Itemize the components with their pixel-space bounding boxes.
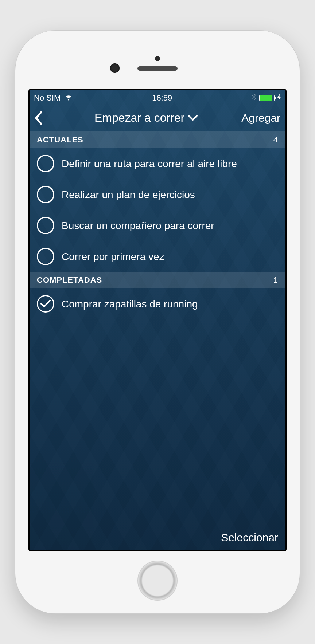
clock-label: 16:59	[152, 93, 172, 103]
chevron-left-icon	[35, 111, 43, 125]
task-row[interactable]: Buscar un compañero para correr	[30, 210, 285, 241]
section-count-current: 4	[273, 135, 278, 145]
section-header-current: ACTUALES 4	[30, 131, 285, 148]
task-row[interactable]: Comprar zapatillas de running	[30, 288, 285, 319]
back-button[interactable]	[35, 111, 51, 125]
device-speaker	[137, 66, 178, 71]
checkbox-unchecked[interactable]	[37, 186, 54, 203]
select-button[interactable]: Seleccionar	[221, 531, 278, 544]
checkbox-unchecked[interactable]	[37, 155, 54, 172]
task-list-completed: Comprar zapatillas de running	[30, 288, 285, 319]
checkbox-unchecked[interactable]	[37, 217, 54, 234]
status-bar: No SIM 16:59	[30, 90, 285, 106]
page-title: Empezar a correr	[94, 111, 184, 125]
task-text: Comprar zapatillas de running	[62, 298, 198, 310]
section-header-completed: COMPLETADAS 1	[30, 272, 285, 288]
device-frame: No SIM 16:59 Empezar a	[15, 31, 300, 613]
chevron-down-icon	[188, 115, 198, 122]
task-text: Correr por primera vez	[62, 250, 164, 263]
charging-icon	[277, 94, 281, 102]
task-list-current: Definir una ruta para correr al aire lib…	[30, 148, 285, 272]
home-button[interactable]	[137, 561, 178, 601]
battery-icon	[259, 95, 275, 101]
task-row[interactable]: Realizar un plan de ejercicios	[30, 179, 285, 210]
task-text: Realizar un plan de ejercicios	[62, 188, 195, 201]
section-label-completed: COMPLETADAS	[37, 275, 102, 285]
title-dropdown[interactable]: Empezar a correr	[51, 111, 241, 125]
checkbox-checked[interactable]	[37, 295, 54, 313]
bluetooth-icon	[251, 93, 256, 103]
checkbox-unchecked[interactable]	[37, 248, 54, 265]
task-row[interactable]: Definir una ruta para correr al aire lib…	[30, 148, 285, 179]
task-text: Definir una ruta para correr al aire lib…	[62, 157, 237, 170]
carrier-label: No SIM	[34, 93, 61, 103]
wifi-icon	[64, 94, 73, 103]
add-button[interactable]: Agregar	[241, 112, 280, 124]
footer-toolbar: Seleccionar	[30, 525, 285, 550]
app-screen: No SIM 16:59 Empezar a	[28, 89, 287, 551]
section-count-completed: 1	[273, 275, 278, 285]
section-label-current: ACTUALES	[37, 135, 83, 145]
device-camera	[110, 63, 120, 73]
nav-bar: Empezar a correr Agregar	[30, 106, 285, 131]
task-row[interactable]: Correr por primera vez	[30, 241, 285, 272]
task-text: Buscar un compañero para correr	[62, 219, 214, 232]
